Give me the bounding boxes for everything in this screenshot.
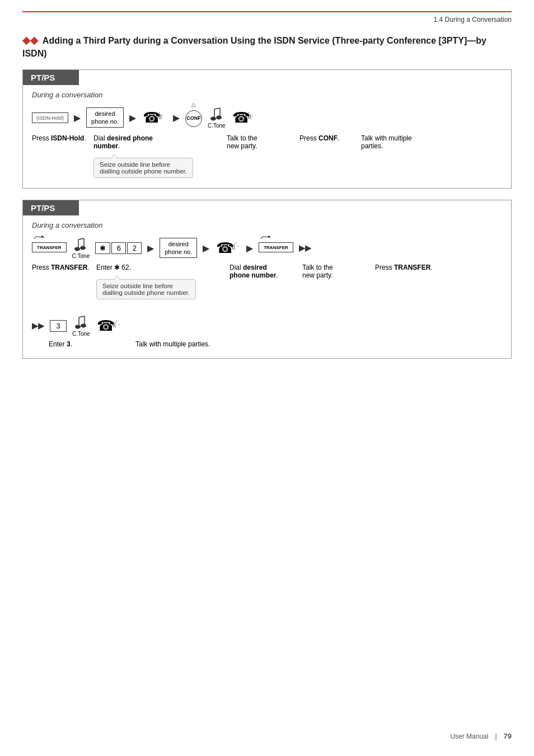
double-arrow-1: ▶▶ <box>299 243 311 252</box>
arrow1: ▶ <box>74 112 81 123</box>
box1-subheader: During a conversation <box>32 91 502 99</box>
diamond-icon: ◆◆ <box>22 35 38 46</box>
desc5: Talk with multipleparties. <box>361 134 428 150</box>
box1-desc-row: Press ISDN-Hold. Dial desired phonenumbe… <box>32 134 502 178</box>
footer-label: User Manual <box>450 732 488 740</box>
key-3-item: 3 <box>50 320 67 332</box>
box1: PT/PS During a conversation (ISDN-Hold) … <box>22 69 512 189</box>
svg-point-8 <box>216 115 222 119</box>
key-seq-item: ✱ 6 2 <box>95 242 142 254</box>
svg-line-5 <box>214 108 220 109</box>
header-bar: 1.4 During a Conversation <box>22 11 512 24</box>
desired-phone-btn2-item: desiredphone no. <box>160 238 197 259</box>
ctone-2: C.Tone <box>72 237 90 259</box>
svg-text:·: · <box>235 240 237 246</box>
svg-text:·: · <box>251 112 253 119</box>
desired-phone-btn[interactable]: desiredphone no. <box>86 107 124 128</box>
desc1: Press ISDN-Hold. <box>32 134 88 142</box>
desired-phone-btn2[interactable]: desiredphone no. <box>160 238 197 259</box>
svg-text:·: · <box>162 112 163 119</box>
phone-waves-svg-2: ☎ · · (( <box>231 107 257 128</box>
isdn-hold-item: (ISDN-Hold) <box>32 112 68 123</box>
note1-balloon: Seize outside line beforedialling outsid… <box>93 158 193 178</box>
svg-point-18 <box>80 246 86 250</box>
section-title: ◆◆ Adding a Third Party during a Convers… <box>22 34 512 60</box>
transfer-btn-box-1[interactable]: TRANSFER <box>32 242 67 253</box>
transfer-arrow-icon <box>33 234 44 242</box>
svg-line-15 <box>78 238 84 240</box>
box1-flow-row: (ISDN-Hold) ▶ desiredphone no. ▶ ☎ · <box>32 107 502 129</box>
desc2: Dial desired phonenumber. Seize outside … <box>93 134 193 178</box>
desired-phone-btn-item: desiredphone no. <box>86 107 124 128</box>
transfer-btn-box-2[interactable]: TRANSFER <box>259 242 293 253</box>
ctone-note-icon-2 <box>74 237 87 253</box>
svg-text:·: · <box>116 317 118 324</box>
box2-header: PT/PS <box>23 200 79 215</box>
svg-text:·: · <box>237 243 239 250</box>
box2-subheader: During a conversation <box>32 221 502 229</box>
box2-desc-row1: Press TRANSFER. Enter ✱ 62. Seize outsid… <box>32 264 502 299</box>
key-6[interactable]: 6 <box>111 242 126 254</box>
desc2-5: Press TRANSFER. <box>375 264 433 271</box>
arrow2: ▶ <box>129 112 136 123</box>
box2-flow-row2: ▶▶ 3 C.Tone <box>32 315 502 337</box>
footer: User Manual | 79 <box>450 732 512 740</box>
note2-balloon: Seize outside line beforedialling outsid… <box>96 279 196 299</box>
box2: PT/PS During a conversation TRANSFER <box>22 200 512 359</box>
svg-point-28 <box>81 323 86 327</box>
phone-icon-2: ☎ · · (( <box>231 107 257 128</box>
page: 1.4 During a Conversation ◆◆ Adding a Th… <box>0 0 534 756</box>
svg-point-7 <box>210 116 216 120</box>
ctone-1: C.Tone <box>208 107 226 129</box>
phone-icon-3: ☎ (( · · <box>215 237 241 259</box>
desc2-3: Dial desiredphone number. <box>229 264 291 279</box>
arrow-b1: ▶ <box>147 243 154 253</box>
desc4: Press CONF. <box>299 134 350 142</box>
header-section-text: 1.4 During a Conversation <box>434 16 512 24</box>
svg-text:·: · <box>118 321 120 327</box>
desc2b-1: Enter 3. <box>49 340 107 348</box>
ctone-3: C.Tone <box>72 315 90 337</box>
double-arrow-2: ▶▶ <box>32 321 44 330</box>
desc3: Talk to thenew party. <box>227 134 283 150</box>
arrow-b2: ▶ <box>203 243 209 253</box>
transfer-arrow-icon-2 <box>260 234 271 242</box>
isdn-hold-btn[interactable]: (ISDN-Hold) <box>32 112 68 123</box>
transfer-btn-2: TRANSFER <box>259 242 293 254</box>
phone-waves-svg-1: ☎ · · (( <box>142 107 167 128</box>
box1-body: During a conversation (ISDN-Hold) ▶ desi… <box>23 85 511 188</box>
svg-text:((: (( <box>248 114 251 119</box>
desc2b-2: Talk with multiple parties. <box>135 340 247 348</box>
desc2-1: Press TRANSFER. <box>32 264 91 271</box>
title-text: Adding a Third Party during a Conversati… <box>22 36 486 58</box>
arrow-b3: ▶ <box>246 243 253 253</box>
desc2-2: Enter ✱ 62. Seize outside line beforedia… <box>96 264 196 299</box>
phone-icon-1: ☎ · · (( <box>142 107 167 128</box>
ctone-note-icon-1 <box>210 107 223 123</box>
transfer-btn-1: TRANSFER <box>32 242 67 254</box>
box2-desc-row2: Enter 3. Talk with multiple parties. <box>32 340 502 348</box>
svg-text:((: (( <box>158 114 162 119</box>
svg-line-25 <box>79 316 85 317</box>
conf-icon: △ CONF <box>185 107 202 128</box>
phone-icon-4: ☎ (( · · <box>96 315 121 336</box>
phone-waves-svg-4: ☎ (( · · <box>96 315 121 336</box>
footer-page: 79 <box>504 732 512 740</box>
desc2-4: Talk to thenew party. <box>302 264 358 279</box>
ctone-note-icon-3 <box>74 315 88 331</box>
conf-item: △ CONF <box>185 107 202 128</box>
svg-point-17 <box>74 247 80 251</box>
key-3[interactable]: 3 <box>50 320 67 332</box>
key-star[interactable]: ✱ <box>95 242 110 254</box>
phone-waves-svg-3: ☎ (( · · <box>215 237 241 259</box>
box1-header: PT/PS <box>23 70 79 85</box>
key-2[interactable]: 2 <box>127 242 142 254</box>
box2-body: During a conversation TRANSFER <box>23 215 511 358</box>
box2-flow-row1: TRANSFER C.Tone <box>32 237 502 259</box>
svg-point-27 <box>75 325 81 328</box>
arrow3: ▶ <box>173 112 180 123</box>
